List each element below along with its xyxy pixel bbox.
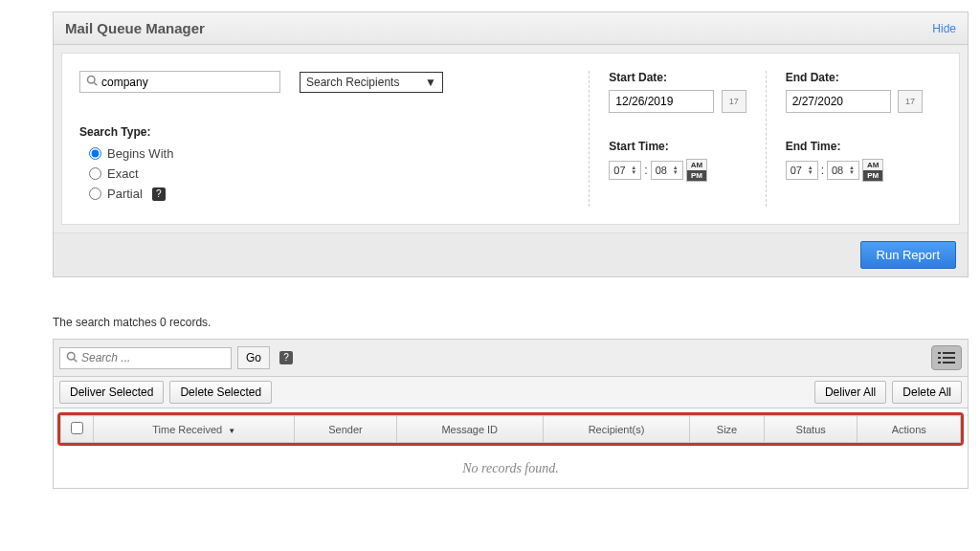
radio-exact[interactable]: Exact xyxy=(89,166,569,181)
panel-body: Search Recipients ▼ Search Type: Begins … xyxy=(61,53,960,225)
svg-line-1 xyxy=(94,82,97,85)
search-icon xyxy=(66,351,78,365)
col-message-id[interactable]: Message ID xyxy=(396,416,543,443)
radio-partial[interactable]: Partial? xyxy=(89,187,569,201)
delete-selected-button[interactable]: Delete Selected xyxy=(169,381,272,404)
search-column: Search Recipients ▼ Search Type: Begins … xyxy=(79,71,589,207)
radio-begins-with[interactable]: Begins With xyxy=(89,146,569,161)
start-ampm-toggle[interactable]: AMPM xyxy=(686,159,707,182)
start-date-row: 17 xyxy=(609,90,746,113)
down-arrow-icon: ▼ xyxy=(673,170,679,175)
svg-rect-9 xyxy=(943,362,955,364)
results-toolbar-left: Go ? xyxy=(59,346,293,369)
col-sender[interactable]: Sender xyxy=(295,416,396,443)
search-input[interactable] xyxy=(101,76,274,89)
run-report-button[interactable]: Run Report xyxy=(860,241,956,269)
col-status[interactable]: Status xyxy=(764,416,858,443)
col-time-received[interactable]: Time Received▼ xyxy=(94,416,295,443)
results-toolbar: Go ? xyxy=(54,340,968,377)
results-panel: Go ? Deliver Selected Delete Selected De… xyxy=(53,339,969,489)
end-time-label: End Time: xyxy=(786,140,923,153)
svg-rect-7 xyxy=(943,357,955,359)
end-date-label: End Date: xyxy=(786,71,923,84)
help-icon[interactable]: ? xyxy=(279,351,293,364)
filters-row: Search Recipients ▼ Search Type: Begins … xyxy=(79,71,942,207)
start-date-label: Start Date: xyxy=(609,71,746,84)
sort-desc-icon: ▼ xyxy=(228,427,235,435)
down-arrow-icon: ▼ xyxy=(631,170,636,175)
search-input-row: Search Recipients ▼ xyxy=(79,71,569,93)
search-type-group: Search Type: Begins With Exact Partial? xyxy=(79,125,569,201)
start-column: Start Date: 17 Start Time: 07▲▼ : 08▲▼ A… xyxy=(589,71,765,207)
col-size[interactable]: Size xyxy=(690,416,765,443)
actions-right: Deliver All Delete All xyxy=(814,381,962,404)
table-header-row: Time Received▼ Sender Message ID Recipie… xyxy=(61,416,961,443)
no-records-message: No records found. xyxy=(54,450,968,488)
end-date-calendar-icon[interactable]: 17 xyxy=(898,90,923,113)
dropdown-value: Search Recipients xyxy=(306,76,399,89)
search-field-dropdown[interactable]: Search Recipients ▼ xyxy=(300,72,443,93)
go-button[interactable]: Go xyxy=(237,346,270,369)
start-date-input[interactable] xyxy=(609,90,714,113)
radio-partial-input[interactable] xyxy=(89,187,101,200)
panel-header: Mail Queue Manager Hide xyxy=(54,12,968,45)
end-time-row: 07▲▼ : 08▲▼ AMPM xyxy=(786,159,923,182)
deliver-selected-button[interactable]: Deliver Selected xyxy=(59,381,164,404)
spinner-buttons[interactable]: ▲▼ xyxy=(631,165,636,175)
results-summary: The search matches 0 records. xyxy=(53,316,969,329)
deliver-all-button[interactable]: Deliver All xyxy=(814,381,886,404)
spinner-buttons[interactable]: ▲▼ xyxy=(849,165,855,175)
down-arrow-icon: ▼ xyxy=(808,170,813,175)
start-date-calendar-icon[interactable]: 17 xyxy=(722,90,746,113)
actions-left: Deliver Selected Delete Selected xyxy=(59,381,272,404)
radio-list: Begins With Exact Partial? xyxy=(79,146,569,201)
radio-exact-input[interactable] xyxy=(89,167,101,180)
mail-queue-panel: Mail Queue Manager Hide Search Recipient… xyxy=(53,11,969,277)
svg-point-2 xyxy=(68,352,76,360)
results-table-highlight: Time Received▼ Sender Message ID Recipie… xyxy=(57,412,964,446)
end-min-spinner[interactable]: 08▲▼ xyxy=(827,161,859,180)
end-hour-spinner[interactable]: 07▲▼ xyxy=(786,161,818,180)
delete-all-button[interactable]: Delete All xyxy=(892,381,962,404)
results-search-input[interactable] xyxy=(81,351,226,364)
end-date-input[interactable] xyxy=(786,90,891,113)
help-icon[interactable]: ? xyxy=(152,187,166,201)
spinner-buttons[interactable]: ▲▼ xyxy=(673,165,679,175)
down-arrow-icon: ▼ xyxy=(849,170,855,175)
search-type-label: Search Type: xyxy=(79,125,569,139)
start-hour-spinner[interactable]: 07▲▼ xyxy=(609,161,641,180)
start-time-label: Start Time: xyxy=(609,140,746,153)
time-colon: : xyxy=(644,164,647,177)
col-recipients[interactable]: Recipient(s) xyxy=(543,416,689,443)
col-actions[interactable]: Actions xyxy=(858,416,961,443)
start-time-row: 07▲▼ : 08▲▼ AMPM xyxy=(609,159,746,182)
panel-footer: Run Report xyxy=(54,232,968,276)
svg-rect-4 xyxy=(938,352,941,354)
results-table: Time Received▼ Sender Message ID Recipie… xyxy=(60,415,961,443)
list-view-toggle-icon[interactable] xyxy=(931,345,962,370)
search-icon xyxy=(86,75,98,89)
end-column: End Date: 17 End Time: 07▲▼ : 08▲▼ AMPM xyxy=(766,71,942,207)
time-colon: : xyxy=(821,164,824,177)
results-actions-bar: Deliver Selected Delete Selected Deliver… xyxy=(54,377,968,408)
radio-begins-input[interactable] xyxy=(89,147,101,160)
select-all-checkbox[interactable] xyxy=(71,422,83,434)
search-box[interactable] xyxy=(79,71,280,93)
end-ampm-toggle[interactable]: AMPM xyxy=(862,159,883,182)
hide-link[interactable]: Hide xyxy=(932,22,956,35)
panel-title: Mail Queue Manager xyxy=(65,20,205,36)
svg-line-3 xyxy=(74,359,77,362)
svg-rect-6 xyxy=(938,357,941,359)
start-min-spinner[interactable]: 08▲▼ xyxy=(651,161,683,180)
svg-rect-8 xyxy=(938,362,941,364)
chevron-down-icon: ▼ xyxy=(425,76,436,89)
svg-rect-5 xyxy=(943,352,955,354)
col-checkbox xyxy=(61,416,94,443)
spinner-buttons[interactable]: ▲▼ xyxy=(808,165,813,175)
svg-point-0 xyxy=(88,77,96,84)
results-search-box[interactable] xyxy=(59,347,232,369)
end-date-row: 17 xyxy=(786,90,923,113)
